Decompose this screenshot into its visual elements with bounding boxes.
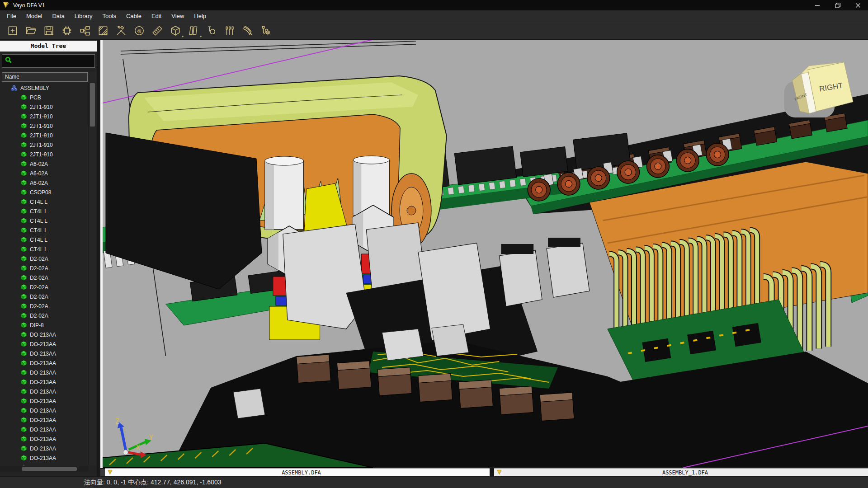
tree-item[interactable]: D2-02A (0, 263, 89, 273)
pin-socket-button[interactable] (203, 23, 221, 38)
dropdown-caret-icon[interactable]: ▾ (182, 35, 184, 38)
search-icon (5, 56, 12, 66)
tree-item[interactable]: DO-213AA (0, 349, 89, 358)
minimize-button[interactable] (807, 0, 827, 10)
menu-data[interactable]: Data (47, 10, 69, 22)
part-cube-icon (21, 417, 27, 423)
image-export-button[interactable] (94, 23, 112, 38)
tree-item[interactable]: CT4L L (0, 225, 89, 235)
tree-item[interactable]: DO-213AA (0, 358, 89, 368)
tree-item[interactable]: DO-213AA (0, 396, 89, 406)
tools-button[interactable] (112, 23, 130, 38)
tree-item-label: D2-02A (30, 303, 48, 310)
tree-item[interactable]: DO-213AA (0, 387, 89, 396)
tree-item[interactable]: D2-02A (0, 254, 89, 263)
tree-item[interactable]: DO-213AA (0, 368, 89, 377)
dfa-file-icon (108, 469, 113, 475)
tree-item[interactable]: 2JT1-910 (0, 121, 89, 131)
view-3d-box-button[interactable]: ▾ (166, 23, 184, 38)
tree-item[interactable]: PCB (0, 93, 89, 102)
menu-cable[interactable]: Cable (121, 10, 146, 22)
tree-item[interactable]: 2JT1-910 (0, 131, 89, 140)
tab-assembly-1-dfa[interactable]: ASSEMBLY_1.DFA (494, 468, 868, 476)
menu-help[interactable]: Help (189, 10, 211, 22)
tree-item[interactable]: A6-02A (0, 178, 89, 188)
wire-bundle-button[interactable] (239, 23, 257, 38)
part-cube-icon (21, 94, 27, 100)
tree-item[interactable]: 2JT1-910 (0, 150, 89, 159)
board-hierarchy-button[interactable] (76, 23, 94, 38)
tree-item[interactable]: DO-213AA (0, 377, 89, 387)
tree-item[interactable]: CT4L L (0, 206, 89, 216)
tree-item[interactable]: DO-213AA (0, 425, 89, 434)
tree-item[interactable]: CT4L L (0, 244, 89, 254)
save-file-button[interactable] (40, 23, 58, 38)
tree-item[interactable]: CT4L L (0, 216, 89, 225)
close-button[interactable] (848, 0, 868, 10)
tab-assembly-dfa[interactable]: ASSEMBLY.DFA (105, 468, 490, 476)
tree-item[interactable]: A6-02A (0, 169, 89, 178)
panels-icon (188, 25, 199, 37)
tree-item[interactable]: DO-213AA (0, 339, 89, 349)
scrollbar-thumb[interactable] (90, 83, 95, 127)
menu-model[interactable]: Model (21, 10, 47, 22)
viewport-3d[interactable]: RIGHT FRONT Z Y X (103, 40, 868, 468)
tree-vertical-scrollbar[interactable] (89, 83, 96, 465)
tree-item[interactable]: CSOP08 (0, 188, 89, 197)
tree-item-label: D2-02A (30, 294, 48, 300)
axis-z-label: Z (115, 418, 119, 426)
tree-item-label: DO-213AA (30, 360, 56, 366)
tree-item[interactable]: 2JT1-910 (0, 140, 89, 150)
scrollbar-thumb[interactable] (22, 467, 77, 471)
tab-scroll-button[interactable] (100, 469, 105, 476)
search-input[interactable] (15, 58, 94, 64)
panels-button[interactable]: ▾ (184, 23, 203, 38)
menu-view[interactable]: View (166, 10, 189, 22)
tree-item-label: D2-02A (30, 256, 48, 262)
menu-tools[interactable]: Tools (98, 10, 121, 22)
tab-label[interactable]: ASSEMBLY_1.DFA (502, 469, 868, 476)
new-file-button[interactable] (4, 23, 22, 38)
tree-item-assembly[interactable]: ASSEMBLY (0, 83, 89, 93)
document-tab-bar: ASSEMBLY.DFA ASSEMBLY_1.DFA (100, 468, 868, 476)
part-cube-icon (21, 227, 27, 233)
restore-button[interactable] (827, 0, 848, 10)
tree-item-label: 2JT1-910 (30, 142, 53, 148)
tab-label[interactable]: ASSEMBLY.DFA (113, 469, 490, 476)
cable-connector-button[interactable] (257, 23, 275, 38)
tree-item[interactable]: CT4L L (0, 235, 89, 244)
part-cube-icon (21, 170, 27, 176)
tree-item[interactable]: D2-02A (0, 273, 89, 282)
tree-item[interactable]: DO-213AA (0, 453, 89, 463)
measure-ruler-button[interactable] (148, 23, 166, 38)
tree-item[interactable]: DO-213AA (0, 406, 89, 415)
tree-item[interactable]: DO-213AA (0, 330, 89, 339)
tree-item-label: CT4L L (30, 246, 47, 253)
chip-button[interactable] (58, 23, 76, 38)
part-cube-icon (21, 332, 27, 338)
menu-file[interactable]: File (2, 10, 21, 22)
tree-item[interactable]: DO-213AA (0, 415, 89, 425)
tree-item[interactable]: 2JT1-910 (0, 112, 89, 121)
open-file-button[interactable] (22, 23, 40, 38)
menu-edit[interactable]: Edit (146, 10, 166, 22)
tree-item[interactable]: CT4L L (0, 197, 89, 206)
tree-horizontal-scrollbar[interactable] (0, 466, 89, 472)
tree-item[interactable]: D2-02A (0, 311, 89, 320)
tree-item[interactable]: DIP-8 (0, 320, 89, 330)
tree-item[interactable] (0, 463, 89, 465)
tree-column-header[interactable]: Name (2, 72, 88, 82)
part-cube-icon (21, 408, 27, 413)
tree-item[interactable]: 2JT1-910 (0, 102, 89, 112)
tree-item[interactable]: D2-02A (0, 301, 89, 311)
pin-header-button[interactable] (221, 23, 239, 38)
tree-item[interactable]: DO-213AA (0, 434, 89, 444)
tree-item[interactable]: D2-02A (0, 292, 89, 301)
inspect-button[interactable]: 检 (130, 23, 148, 38)
dropdown-caret-icon[interactable]: ▾ (200, 35, 202, 38)
tree-item[interactable]: D2-02A (0, 282, 89, 292)
tree-item[interactable]: DO-213AA (0, 444, 89, 453)
tree-item[interactable]: A6-02A (0, 159, 89, 169)
part-cube-icon (21, 322, 27, 328)
menu-library[interactable]: Library (70, 10, 98, 22)
